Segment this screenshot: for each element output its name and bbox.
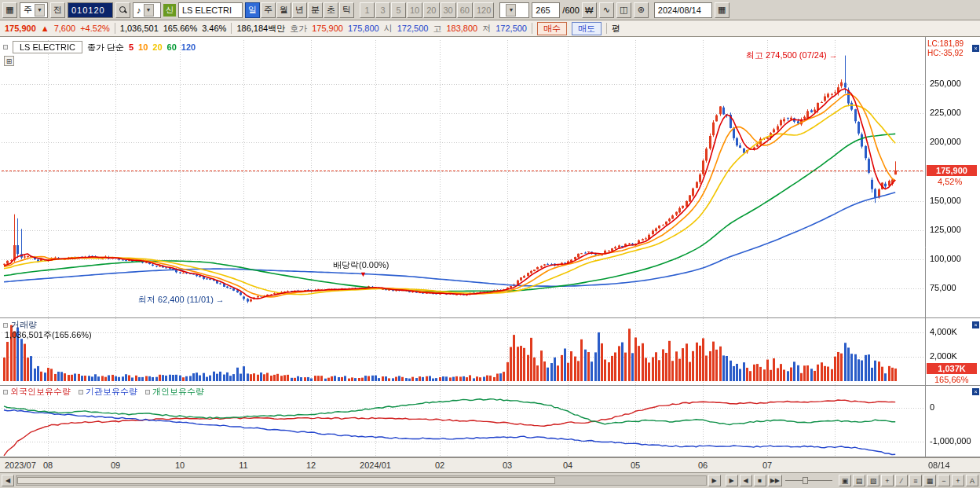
x-axis-label-2024/01: 2024/01: [360, 460, 391, 470]
high-annotation: 최고 274,500 (07/24) →: [746, 50, 838, 61]
text-tool-icon[interactable]: ≡: [909, 475, 922, 486]
scroll-right-button[interactable]: ▶: [708, 475, 721, 486]
pane-bullet-icon: [79, 390, 83, 394]
stock-name-input[interactable]: LS ELECTRI: [178, 2, 243, 18]
currency-tool-button[interactable]: ₩: [582, 2, 597, 18]
price-axis-label: 75,000: [930, 283, 956, 292]
close-icon[interactable]: ×: [972, 388, 979, 395]
replay-controls: ▶◀■▶▶: [726, 475, 782, 486]
minute-button-20[interactable]: 20: [423, 2, 439, 18]
ownership-axis-label: 0: [930, 402, 934, 412]
chart-style-select[interactable]: ▼: [499, 2, 529, 18]
ownership-pane-header: 외국인보유수량기관보유수량개인보유수량: [3, 386, 204, 398]
x-axis-label-02: 02: [435, 460, 444, 470]
search-button[interactable]: [115, 2, 130, 18]
minute-button-120[interactable]: 120: [474, 2, 494, 18]
save-chart-button[interactable]: ◫: [616, 2, 631, 18]
fast-forward-button[interactable]: ▶▶: [768, 475, 782, 486]
auto-scale-icon[interactable]: A: [966, 475, 978, 486]
close-icon[interactable]: ×: [972, 321, 979, 328]
pane-bullet-icon: [145, 390, 150, 394]
hc-label: HC:-35,92: [927, 49, 964, 57]
minute-button-group: 13510203060120: [360, 2, 494, 18]
calendar-button[interactable]: ▦: [715, 2, 730, 18]
period-button-5[interactable]: 초: [324, 2, 338, 18]
volume-axis-label: 2,000K: [930, 351, 957, 361]
minute-button-5[interactable]: 5: [391, 2, 406, 18]
scrollbar-thumb[interactable]: [17, 477, 555, 484]
volume-text: 1,036,501: [120, 24, 159, 33]
indicator-grid-icon[interactable]: ▦: [923, 475, 936, 486]
minute-button-10[interactable]: 10: [407, 2, 422, 18]
stop-button[interactable]: ■: [754, 475, 766, 486]
period-button-0[interactable]: 일: [245, 2, 260, 18]
settings-button[interactable]: ⊛: [634, 2, 649, 18]
ownership-legend-label-1: 기관보유수량: [86, 386, 137, 398]
high-annotation-text: 최고 274,500 (07/24): [746, 50, 827, 60]
minute-button-3[interactable]: 3: [375, 2, 390, 18]
price-axis-label: 150,000: [930, 196, 961, 205]
x-axis-label-2023/07: 2023/07: [5, 460, 36, 470]
stock-code-input[interactable]: 010120: [68, 2, 113, 18]
avg-label: 평: [612, 23, 620, 35]
bottom-toolbar: ◀ ▶ ▶◀■▶▶ ▣▤▧+∕≡▦−+A: [0, 472, 980, 488]
minute-button-1[interactable]: 1: [360, 2, 375, 18]
multi-chart-icon[interactable]: ▧: [867, 475, 879, 486]
chart-menu-button[interactable]: ▦: [2, 2, 17, 18]
play-back-button[interactable]: ◀: [740, 475, 752, 486]
date-picker-input[interactable]: 2024/08/14: [654, 2, 712, 18]
divider: [606, 23, 607, 34]
snapshot-icon[interactable]: ▣: [839, 475, 851, 486]
prev-stock-button[interactable]: 전: [50, 2, 65, 18]
low-annotation-text: 최저 62,400 (11/01): [138, 295, 214, 304]
line-tool-button[interactable]: ∿: [599, 2, 614, 18]
dividend-marker-icon: ▼: [360, 270, 367, 278]
high-price-text: 183,800: [446, 24, 477, 33]
minute-button-60[interactable]: 60: [457, 2, 473, 18]
trendline-icon[interactable]: ∕: [895, 475, 908, 486]
bar-count-input[interactable]: 265: [532, 2, 560, 18]
ownership-legend-item-0: 외국인보유수량: [3, 386, 71, 398]
sell-button[interactable]: 매도: [572, 22, 602, 35]
price-axis-label: 100,000: [930, 254, 961, 263]
zoom-out-icon[interactable]: −: [938, 475, 950, 486]
slider-handle[interactable]: [803, 477, 808, 484]
period-button-6[interactable]: 틱: [339, 2, 354, 18]
price-axis-label: 225,000: [930, 108, 961, 117]
scroll-left-button[interactable]: ◀: [2, 475, 14, 486]
buy-button[interactable]: 매수: [537, 22, 567, 35]
ma-legend-label: 종가 단순: [87, 42, 124, 53]
chart-scrollbar[interactable]: [16, 475, 707, 486]
low-price-text: 172,500: [495, 24, 527, 33]
volume-subtitle: 1,036,501주(165.66%): [5, 329, 92, 341]
period-button-1[interactable]: 주: [261, 2, 276, 18]
zoom-in-icon[interactable]: +: [952, 475, 964, 486]
price-change-pct-text: +4.52%: [80, 24, 110, 33]
period-button-4[interactable]: 분: [308, 2, 323, 18]
crosshair-icon[interactable]: +: [881, 475, 894, 486]
ma-legend: 5102060120: [129, 42, 196, 52]
layout-icon[interactable]: ▤: [853, 475, 865, 486]
wave-icon: ∿: [603, 5, 610, 15]
replay-speed-slider[interactable]: [784, 475, 834, 486]
calendar-icon: ▦: [718, 5, 726, 15]
play-button[interactable]: ▶: [726, 475, 738, 486]
period-button-3[interactable]: 년: [292, 2, 307, 18]
current-volume-badge: 1,037K: [927, 363, 977, 374]
price-info-bar: 175,900 ▲ 7,600 +4.52% 1,036,501 165.66%…: [0, 20, 980, 37]
period-button-2[interactable]: 월: [276, 2, 291, 18]
current-volume-pct: 165,66%: [934, 375, 968, 384]
volume-axis-label: 4,000K: [930, 327, 957, 336]
ma-legend-item-120: 120: [181, 42, 196, 52]
market-type-value: 주: [24, 4, 32, 16]
amount-text: 186,184백만: [236, 23, 285, 35]
close-icon[interactable]: ×: [972, 45, 979, 52]
gear-icon: ⊛: [638, 5, 645, 15]
volume-ratio-text: 165.66%: [163, 24, 197, 33]
minute-button-30[interactable]: 30: [441, 2, 456, 18]
market-type-select[interactable]: 주 ▼: [20, 2, 48, 18]
pane-bullet-icon: [3, 323, 8, 328]
detach-pane-button[interactable]: ⊞: [4, 56, 14, 66]
sound-select[interactable]: ♪ ▼: [133, 2, 161, 18]
x-axis: 08/14 2023/0708091011122024/010203040506…: [0, 457, 980, 472]
